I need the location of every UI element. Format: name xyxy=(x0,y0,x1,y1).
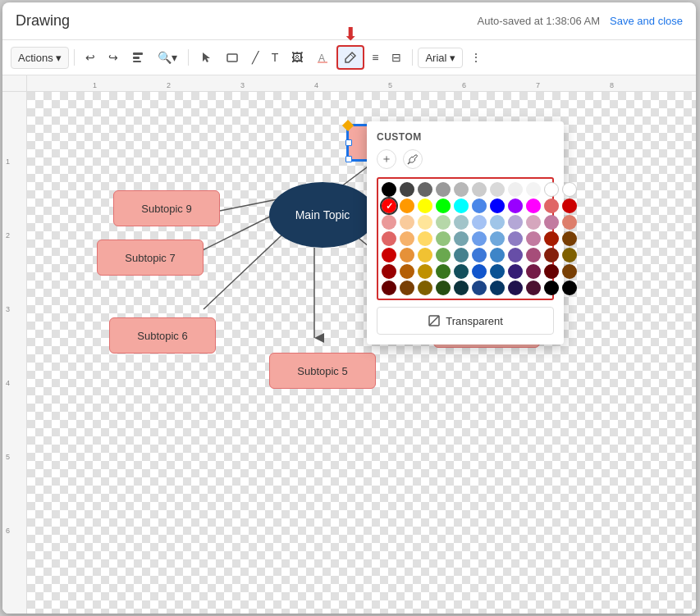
actions-menu-button[interactable]: Actions ▾ xyxy=(11,47,69,69)
color-swatch[interactable] xyxy=(508,281,523,295)
eyedropper-button[interactable] xyxy=(403,149,423,169)
color-swatch[interactable] xyxy=(400,231,414,246)
color-swatch[interactable] xyxy=(562,264,577,279)
color-swatch[interactable] xyxy=(544,198,559,213)
undo-button[interactable]: ↩ xyxy=(80,47,101,68)
color-swatch[interactable] xyxy=(400,182,414,197)
canvas-area[interactable]: 1 2 3 4 5 6 7 8 1 2 3 4 5 6 xyxy=(2,75,696,614)
color-swatch[interactable] xyxy=(472,215,487,230)
select-button[interactable] xyxy=(194,47,218,68)
color-swatch[interactable] xyxy=(400,264,414,279)
image-button[interactable]: 🖼 xyxy=(286,47,309,68)
pen-color-button[interactable]: ⬇ xyxy=(336,45,364,70)
color-swatch[interactable] xyxy=(418,264,432,279)
color-swatch[interactable] xyxy=(418,281,432,295)
resize-handle-tl[interactable] xyxy=(342,120,354,131)
color-swatch[interactable] xyxy=(436,248,451,262)
color-swatch[interactable] xyxy=(382,281,396,295)
color-swatch[interactable] xyxy=(490,264,505,279)
more-options-button[interactable]: ⋮ xyxy=(464,47,487,68)
color-swatch[interactable] xyxy=(544,248,559,262)
subtopic9-node[interactable]: Subtopic 9 xyxy=(113,190,220,226)
color-swatch[interactable] xyxy=(562,215,577,230)
color-swatch[interactable] xyxy=(436,198,451,213)
color-swatch[interactable] xyxy=(382,215,396,230)
color-swatch[interactable] xyxy=(436,281,451,295)
fill-color-button[interactable]: A xyxy=(310,47,335,68)
color-swatch[interactable] xyxy=(454,215,469,230)
color-swatch[interactable] xyxy=(508,231,523,246)
color-swatch[interactable] xyxy=(562,198,577,213)
format-button[interactable] xyxy=(126,47,150,68)
color-swatch[interactable] xyxy=(562,248,577,262)
color-swatch[interactable] xyxy=(418,198,432,213)
color-swatch[interactable] xyxy=(382,264,396,279)
font-selector[interactable]: Arial ▾ xyxy=(418,48,463,68)
align-right-button[interactable]: ⊟ xyxy=(386,47,407,68)
line-button[interactable]: ╱ xyxy=(246,47,264,68)
color-swatch[interactable] xyxy=(400,215,414,230)
subtopic7-node[interactable]: Subtopic 7 xyxy=(97,240,204,276)
color-swatch[interactable] xyxy=(472,264,487,279)
color-swatch[interactable] xyxy=(418,231,432,246)
color-swatch[interactable] xyxy=(544,215,559,230)
transparent-button[interactable]: Transparent xyxy=(377,307,554,335)
color-swatch[interactable] xyxy=(508,215,523,230)
color-swatch[interactable] xyxy=(436,231,451,246)
color-swatch[interactable] xyxy=(490,215,505,230)
main-topic-node[interactable]: Main Topic xyxy=(269,182,376,248)
color-swatch[interactable] xyxy=(436,215,451,230)
color-swatch[interactable] xyxy=(490,281,505,295)
color-swatch[interactable] xyxy=(382,182,396,197)
color-swatch[interactable] xyxy=(562,231,577,246)
color-swatch[interactable] xyxy=(490,182,505,197)
color-swatch[interactable] xyxy=(490,248,505,262)
color-swatch[interactable] xyxy=(418,248,432,262)
color-swatch[interactable] xyxy=(526,231,541,246)
add-custom-color-button[interactable]: ＋ xyxy=(377,149,396,169)
color-swatch[interactable] xyxy=(400,248,414,262)
color-swatch[interactable] xyxy=(508,248,523,262)
color-swatch[interactable] xyxy=(382,248,396,262)
color-swatch[interactable] xyxy=(400,198,414,213)
color-swatch[interactable] xyxy=(526,198,541,213)
color-swatch[interactable] xyxy=(454,198,469,213)
color-swatch[interactable] xyxy=(382,198,396,213)
color-swatch[interactable] xyxy=(472,231,487,246)
color-swatch[interactable] xyxy=(544,264,559,279)
color-swatch[interactable] xyxy=(526,182,541,197)
subtopic6-node[interactable]: Subtopic 6 xyxy=(109,317,216,354)
color-swatch[interactable] xyxy=(382,231,396,246)
color-swatch[interactable] xyxy=(508,182,523,197)
color-swatch[interactable] xyxy=(454,264,469,279)
color-swatch[interactable] xyxy=(490,231,505,246)
color-swatch[interactable] xyxy=(490,198,505,213)
color-swatch[interactable] xyxy=(472,198,487,213)
color-swatch[interactable] xyxy=(436,264,451,279)
color-swatch[interactable] xyxy=(526,281,541,295)
color-swatch[interactable] xyxy=(418,182,432,197)
save-close-button[interactable]: Save and close xyxy=(610,15,683,27)
selection-handle-bl[interactable] xyxy=(345,156,352,162)
subtopic5-node[interactable]: Subtopic 5 xyxy=(269,353,376,389)
text-button[interactable]: T xyxy=(266,47,285,68)
color-swatch[interactable] xyxy=(472,248,487,262)
color-swatch[interactable] xyxy=(544,182,559,197)
color-swatch[interactable] xyxy=(544,281,559,295)
color-swatch[interactable] xyxy=(508,198,523,213)
color-swatch[interactable] xyxy=(436,182,451,197)
zoom-button[interactable]: 🔍▾ xyxy=(152,47,183,68)
align-left-button[interactable]: ≡ xyxy=(366,47,384,68)
color-swatch[interactable] xyxy=(400,281,414,295)
color-swatch[interactable] xyxy=(454,231,469,246)
color-swatch[interactable] xyxy=(418,215,432,230)
color-swatch[interactable] xyxy=(472,182,487,197)
color-swatch[interactable] xyxy=(526,215,541,230)
color-swatch[interactable] xyxy=(562,281,577,295)
color-swatch[interactable] xyxy=(544,231,559,246)
color-swatch[interactable] xyxy=(526,248,541,262)
color-swatch[interactable] xyxy=(472,281,487,295)
color-swatch[interactable] xyxy=(454,281,469,295)
color-swatch[interactable] xyxy=(526,264,541,279)
selection-handle-left[interactable] xyxy=(345,139,352,146)
